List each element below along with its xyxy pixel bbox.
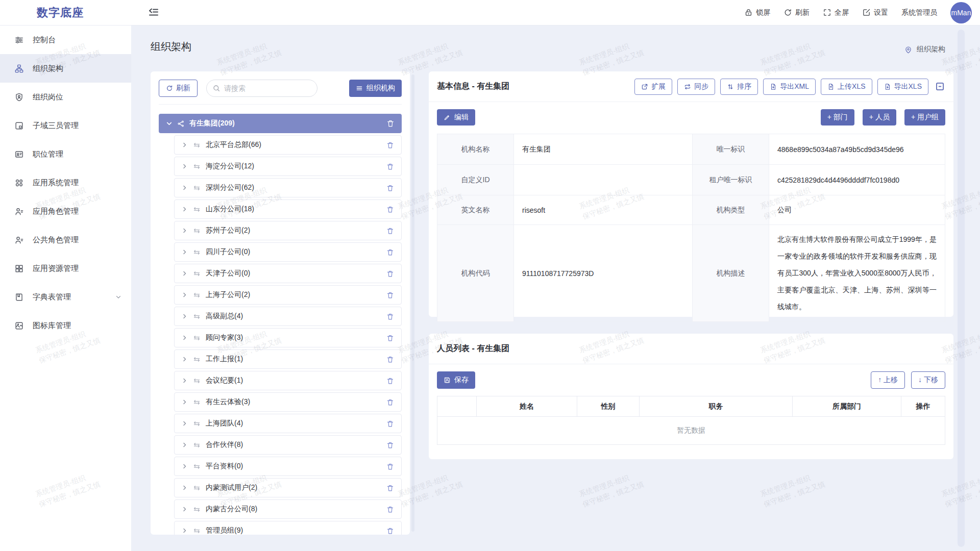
- sidebar-item-org-post[interactable]: 组织岗位: [0, 83, 131, 111]
- delete-icon[interactable]: [386, 291, 394, 299]
- sort-button[interactable]: 排序: [720, 79, 758, 95]
- delete-icon[interactable]: [386, 248, 394, 256]
- drag-handle-icon[interactable]: [193, 184, 201, 192]
- sidebar-item-app-system-admin[interactable]: 应用系统管理: [0, 168, 131, 197]
- add-department-button[interactable]: + 部门: [821, 109, 854, 126]
- export-xml-button[interactable]: 导出XML: [763, 79, 816, 95]
- drag-handle-icon[interactable]: [193, 270, 201, 278]
- drag-handle-icon[interactable]: [193, 420, 201, 428]
- chevron-right-icon[interactable]: [182, 378, 188, 384]
- delete-icon[interactable]: [386, 313, 394, 320]
- tree-refresh-button[interactable]: 刷新: [159, 80, 198, 97]
- chevron-right-icon[interactable]: [182, 399, 188, 405]
- drag-handle-icon[interactable]: [193, 313, 201, 320]
- tree-node[interactable]: 内蒙古分公司(8): [174, 499, 402, 519]
- chevron-right-icon[interactable]: [182, 292, 188, 298]
- chevron-right-icon[interactable]: [182, 528, 188, 534]
- settings-button[interactable]: 设置: [862, 8, 888, 17]
- add-person-button[interactable]: + 人员: [863, 109, 896, 126]
- drag-handle-icon[interactable]: [193, 141, 201, 149]
- page-scrollbar[interactable]: [958, 30, 965, 547]
- chevron-right-icon[interactable]: [182, 142, 188, 148]
- lock-screen-button[interactable]: 锁屏: [744, 8, 770, 17]
- delete-icon[interactable]: [386, 484, 394, 492]
- sidebar-collapse-icon[interactable]: [148, 7, 160, 19]
- delete-icon[interactable]: [386, 356, 394, 363]
- delete-icon[interactable]: [386, 119, 395, 128]
- edit-button[interactable]: 编辑: [437, 109, 475, 126]
- export-xls-button[interactable]: 导出XLS: [877, 79, 928, 95]
- tree-node[interactable]: 上海团队(4): [174, 414, 402, 433]
- drag-handle-icon[interactable]: [193, 163, 201, 170]
- tree-node[interactable]: 管理员组(9): [174, 521, 402, 535]
- avatar[interactable]: mMan: [950, 2, 972, 23]
- delete-icon[interactable]: [386, 270, 394, 278]
- tree-scrollbar[interactable]: [411, 74, 414, 532]
- sidebar-item-public-role-admin[interactable]: 公共角色管理: [0, 226, 131, 254]
- drag-handle-icon[interactable]: [193, 484, 201, 492]
- chevron-right-icon[interactable]: [182, 228, 188, 234]
- sync-button[interactable]: 同步: [677, 79, 715, 95]
- chevron-down-icon[interactable]: [166, 120, 173, 127]
- delete-icon[interactable]: [386, 227, 394, 235]
- sidebar-item-icon-library-admin[interactable]: 图标库管理: [0, 311, 131, 340]
- save-button[interactable]: 保存: [437, 371, 475, 389]
- expand-button[interactable]: 扩展: [634, 79, 672, 95]
- chevron-right-icon[interactable]: [182, 506, 188, 512]
- tree-node[interactable]: 四川子公司(0): [174, 242, 402, 262]
- drag-handle-icon[interactable]: [193, 291, 201, 299]
- sidebar-item-console[interactable]: 控制台: [0, 26, 131, 54]
- tree-node[interactable]: 高级副总(4): [174, 307, 402, 326]
- tree-root-node[interactable]: 有生集团(209): [159, 114, 402, 133]
- drag-handle-icon[interactable]: [193, 506, 201, 513]
- chevron-right-icon[interactable]: [182, 270, 188, 277]
- panel-collapse-icon[interactable]: [935, 81, 945, 92]
- tree-search-input[interactable]: [206, 80, 317, 97]
- delete-icon[interactable]: [386, 420, 394, 428]
- drag-handle-icon[interactable]: [193, 227, 201, 235]
- delete-icon[interactable]: [386, 398, 394, 406]
- delete-icon[interactable]: [386, 463, 394, 470]
- chevron-right-icon[interactable]: [182, 335, 188, 341]
- delete-icon[interactable]: [386, 184, 394, 192]
- chevron-right-icon[interactable]: [182, 442, 188, 448]
- delete-icon[interactable]: [386, 206, 394, 213]
- delete-icon[interactable]: [386, 506, 394, 513]
- chevron-right-icon[interactable]: [182, 313, 188, 319]
- drag-handle-icon[interactable]: [193, 248, 201, 256]
- tree-node[interactable]: 工作上报(1): [174, 349, 402, 369]
- drag-handle-icon[interactable]: [193, 334, 201, 342]
- fullscreen-button[interactable]: 全屏: [823, 8, 849, 17]
- tree-node[interactable]: 会议纪要(1): [174, 371, 402, 390]
- chevron-right-icon[interactable]: [182, 163, 188, 169]
- add-user-group-button[interactable]: + 用户组: [904, 109, 945, 126]
- tree-node[interactable]: 顾问专家(3): [174, 328, 402, 347]
- delete-icon[interactable]: [386, 334, 394, 342]
- tree-node[interactable]: 平台资料(0): [174, 457, 402, 476]
- sidebar-item-position-admin[interactable]: 职位管理: [0, 140, 131, 168]
- move-up-button[interactable]: ↑ 上移: [871, 371, 905, 389]
- drag-handle-icon[interactable]: [193, 527, 201, 535]
- tree-node[interactable]: 天津子公司(0): [174, 264, 402, 283]
- tree-node[interactable]: 合作伙伴(8): [174, 435, 402, 455]
- tree-node[interactable]: 北京平台总部(66): [174, 135, 402, 155]
- delete-icon[interactable]: [386, 141, 394, 149]
- tree-node[interactable]: 海淀分公司(12): [174, 157, 402, 176]
- drag-handle-icon[interactable]: [193, 377, 201, 385]
- drag-handle-icon[interactable]: [193, 398, 201, 406]
- sidebar-item-app-resource-admin[interactable]: 应用资源管理: [0, 254, 131, 283]
- upload-xls-button[interactable]: 上传XLS: [821, 79, 872, 95]
- sidebar-item-app-role-admin[interactable]: 应用角色管理: [0, 197, 131, 226]
- drag-handle-icon[interactable]: [193, 206, 201, 213]
- delete-icon[interactable]: [386, 377, 394, 385]
- drag-handle-icon[interactable]: [193, 356, 201, 363]
- sidebar-item-dictionary-admin[interactable]: 字典表管理: [0, 283, 131, 311]
- chevron-right-icon[interactable]: [182, 485, 188, 491]
- drag-handle-icon[interactable]: [193, 441, 201, 449]
- tree-node[interactable]: 上海子公司(2): [174, 285, 402, 305]
- org-structure-button[interactable]: 组织机构: [349, 80, 402, 97]
- move-down-button[interactable]: ↓ 下移: [911, 371, 945, 389]
- chevron-right-icon[interactable]: [182, 249, 188, 255]
- tree-node[interactable]: 内蒙测试用户(2): [174, 478, 402, 497]
- drag-handle-icon[interactable]: [193, 463, 201, 470]
